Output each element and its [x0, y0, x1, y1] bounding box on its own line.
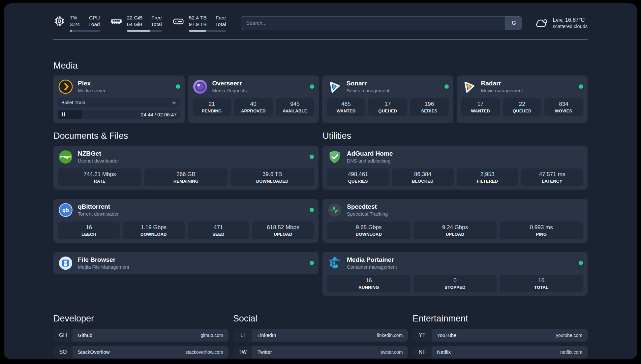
service-card-nzbget[interactable]: nzbget NZBGet Usenet downloader 744.21 M… [53, 146, 319, 190]
service-card-header: Radarr Movie management [461, 79, 583, 94]
service-name: Plex [78, 80, 106, 87]
stat-box: 266 GB REMAINING [144, 168, 228, 186]
stats-row: 744.21 Mbps RATE 266 GB REMAINING 39.6 T… [58, 168, 314, 186]
system-label: Total [215, 21, 226, 28]
bookmark-abbr: SO [53, 346, 73, 358]
bookmark-url: stackoverflow.com [185, 349, 223, 355]
service-name: File Browser [78, 256, 129, 263]
stat-label: UPLOAD [254, 232, 313, 237]
utilities-column: Utilities AdGuard Home DNS and adblockin… [322, 123, 588, 296]
service-card-text: qBittorrent Torrent downloader [78, 203, 119, 217]
now-playing-title: Bullet Train [61, 100, 85, 105]
stat-box: 39.6 TB DOWNLOADED [230, 168, 314, 186]
stat-value: 21 [194, 101, 230, 107]
stat-value: 744.21 Mbps [59, 171, 140, 178]
service-card-radarr[interactable]: Radarr Movie management 17 WANTED 22 QUE… [457, 76, 588, 123]
nzbget-icon: nzbget [58, 149, 73, 165]
svg-text:nzbget: nzbget [60, 155, 71, 159]
stat-label: SEED [189, 232, 248, 237]
service-card-text: Radarr Movie management [481, 80, 523, 93]
service-card-adguard[interactable]: AdGuard Home DNS and adblocking 498,461 … [322, 146, 588, 190]
adguard-icon [327, 149, 342, 165]
radarr-icon [461, 79, 476, 94]
weather-widget: Lviv, 16.87°C scattered clouds [534, 16, 588, 30]
service-card-text: Sonarr Series management [347, 80, 389, 93]
weather-condition: scattered clouds [553, 24, 588, 29]
stat-box: 16 RUNNING [327, 275, 411, 292]
stat-box: 47.571 ms LATENCY [521, 168, 583, 186]
bookmark-body: LinkedIn linkedin.com [252, 329, 408, 342]
bookmark-abbr: TW [233, 346, 252, 358]
search-provider-button[interactable]: G [505, 16, 522, 30]
bookmark-row-netflix[interactable]: NF Netflix netflix.com [412, 346, 588, 358]
service-description: Series management [347, 88, 389, 93]
bookmark-row-linkedin[interactable]: LI LinkedIn linkedin.com [233, 329, 408, 342]
service-card-header: Sonarr Series management [327, 79, 449, 94]
speedtest-icon [327, 202, 342, 218]
now-playing-row: Bullet Train [58, 98, 180, 107]
service-card-portainer[interactable]: Media Portainer Container management 16 … [322, 252, 588, 296]
system-widgets: 7% 3.24 CPU Load 22 GiB 64 GiB [53, 15, 226, 32]
stat-box: 2,953 FILTERED [457, 168, 518, 186]
bookmark-row-youtube[interactable]: YT YouTube youtube.com [412, 329, 588, 342]
service-card-qbittorrent[interactable]: qb qBittorrent Torrent downloader 16 LEE… [53, 199, 319, 243]
stats-row: 498,461 QUERIES 86,384 BLOCKED 2,953 FIL… [327, 168, 583, 186]
service-description: Media File Management [78, 264, 129, 270]
system-progress-fill [127, 30, 150, 32]
system-widget-labels: Free Total [215, 15, 226, 28]
bookmark-row-github[interactable]: GH Github github.com [53, 329, 229, 342]
system-value: 3.24 [70, 21, 80, 28]
stat-box: 834 MOVIES [544, 98, 583, 116]
bookmark-url: twitter.com [381, 349, 403, 355]
portainer-icon [327, 256, 342, 271]
gear-icon[interactable] [171, 100, 177, 106]
stat-box: 16 LEECH [58, 222, 120, 239]
service-description: Media Requests [212, 88, 247, 93]
service-card-filebrowser[interactable]: File Browser Media File Management [53, 252, 319, 274]
bookmark-row-twitter[interactable]: TW Twitter twitter.com [233, 346, 408, 358]
service-card-speedtest[interactable]: Speedtest Speedtest Tracking 9.65 Gbps D… [322, 199, 588, 243]
disk-icon [172, 15, 184, 27]
stat-value: 9.24 Gbps [415, 224, 496, 231]
bookmark-row-stackoverflow[interactable]: SO StackOverflow stackoverflow.com [53, 346, 229, 358]
stat-box: 17 QUEUED [368, 98, 407, 116]
stat-label: RATE [59, 179, 140, 184]
service-card-header: Plex Media server [58, 79, 180, 94]
stat-value: 618.52 Mbps [254, 224, 313, 231]
stat-value: 9.65 Gbps [328, 224, 409, 231]
bookmark-url: github.com [200, 333, 223, 338]
stat-label: DOWNLOAD [328, 232, 409, 237]
stat-label: STOPPED [415, 285, 496, 290]
service-card-header: Overseerr Media Requests [193, 79, 315, 94]
service-card-plex[interactable]: Plex Media server Bullet Train 24:44 / 0… [53, 76, 185, 123]
stat-label: UPLOAD [415, 232, 496, 237]
stat-value: 47.571 ms [523, 171, 582, 178]
stat-box: 22 QUEUED [503, 98, 541, 116]
bookmark-name: StackOverflow [78, 349, 110, 355]
system-widget-body: 52.4 TB 97.9 TB Free Total [189, 15, 226, 32]
search-input[interactable] [241, 20, 506, 26]
stat-box: 196 SERIES [410, 98, 448, 116]
service-card-header: Speedtest Speedtest Tracking [327, 202, 583, 218]
system-value: 22 GiB [127, 15, 142, 21]
stat-value: 266 GB [146, 171, 227, 178]
stat-box: 498,461 QUERIES [327, 168, 389, 186]
stat-label: RUNNING [328, 285, 409, 290]
service-card-text: Speedtest Speedtest Tracking [347, 203, 388, 217]
stat-box: 9.65 Gbps DOWNLOAD [327, 222, 411, 239]
service-card-overseerr[interactable]: Overseerr Media Requests 21 PENDING 40 A… [188, 76, 319, 123]
service-card-sonarr[interactable]: Sonarr Series management 485 WANTED 17 Q… [322, 76, 453, 123]
stat-box: 471 SEED [188, 222, 249, 239]
bookmark-abbr: LI [233, 329, 252, 342]
stat-box: 945 AVAILABLE [276, 98, 314, 116]
service-name: Speedtest [347, 203, 388, 210]
cloud-icon [534, 16, 548, 30]
stat-value: 16 [328, 277, 409, 284]
system-widget-labels: CPU Load [88, 15, 100, 28]
weather-location: Lviv, 16.87°C [553, 17, 588, 23]
top-divider [53, 40, 588, 40]
system-widget-labels: Free Total [151, 15, 162, 28]
stat-label: WANTED [463, 108, 499, 113]
stat-box: 618.52 Mbps UPLOAD [252, 222, 314, 239]
system-widget-values: 7% 3.24 [70, 15, 80, 28]
